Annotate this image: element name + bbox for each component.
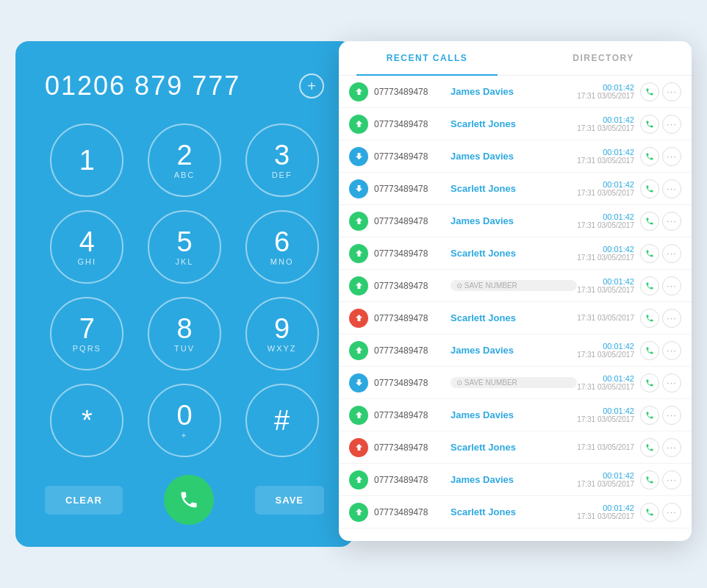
call-more-button[interactable]: ··· <box>662 244 681 263</box>
call-more-button[interactable]: ··· <box>662 147 681 166</box>
recent-calls-panel: RECENT CALLS DIRECTORY 07773489478 James… <box>339 41 692 541</box>
dial-button-4[interactable]: 4GHI <box>50 210 123 284</box>
call-time-block: 00:01:42 17:31 03/05/2017 <box>577 115 634 132</box>
call-duration: 00:01:42 <box>577 180 634 189</box>
call-number: 07773489478 <box>374 410 448 420</box>
call-item: 07773489478 James Davies 00:01:42 17:31 … <box>339 334 692 367</box>
dial-button-2[interactable]: 2ABC <box>148 123 221 197</box>
call-back-button[interactable] <box>640 470 659 490</box>
call-back-button[interactable] <box>640 82 659 101</box>
call-item: 07773489478 Scarlett Jones 00:01:42 17:3… <box>339 237 692 270</box>
call-number: 07773489478 <box>374 184 448 194</box>
call-item: 07773489478 James Davies 00:01:42 17:31 … <box>339 399 692 431</box>
call-more-button[interactable]: ··· <box>662 276 681 295</box>
app-container: 01206 879 777 + 12ABC3DEF4GHI5JKL6MNO7PQ… <box>15 41 692 547</box>
call-number: 07773489478 <box>374 507 448 517</box>
call-datetime: 17:31 03/05/2017 <box>577 383 634 391</box>
call-name: Scarlett Jones <box>451 442 577 453</box>
dial-button-#[interactable]: # <box>245 384 319 457</box>
call-datetime: 17:31 03/05/2017 <box>577 189 634 197</box>
call-time-block: 00:01:42 17:31 03/05/2017 <box>577 180 634 197</box>
call-more-button[interactable]: ··· <box>662 406 681 425</box>
call-item: 07773489478 James Davies 00:01:42 17:31 … <box>339 76 692 108</box>
call-back-button[interactable] <box>640 115 659 134</box>
call-name: Scarlett Jones <box>451 118 577 129</box>
dialpad-grid: 12ABC3DEF4GHI5JKL6MNO7PQRS8TUV9WXYZ*0+# <box>45 123 324 457</box>
call-type-icon <box>349 179 368 198</box>
call-action-buttons: ··· <box>640 276 681 295</box>
call-item: 07773489478 ⊙ SAVE NUMBER 00:01:42 17:31… <box>339 367 692 399</box>
dialpad-actions: CLEAR SAVE <box>45 475 324 525</box>
call-back-button[interactable] <box>640 147 659 166</box>
call-datetime: 17:31 03/05/2017 <box>577 351 634 359</box>
call-duration: 00:01:42 <box>577 471 634 480</box>
call-datetime: 17:31 03/05/2017 <box>577 157 634 165</box>
dial-button-7[interactable]: 7PQRS <box>50 297 123 370</box>
tab-directory[interactable]: DIRECTORY <box>515 41 692 75</box>
call-action-buttons: ··· <box>640 212 681 231</box>
call-more-button[interactable]: ··· <box>662 212 681 231</box>
call-back-button[interactable] <box>640 341 659 360</box>
dial-button-3[interactable]: 3DEF <box>245 123 319 197</box>
call-datetime: 17:31 03/05/2017 <box>577 286 634 294</box>
call-time-block: 00:01:42 17:31 03/05/2017 <box>577 277 634 294</box>
save-button[interactable]: SAVE <box>255 486 324 514</box>
call-item: 07773489478 Scarlett Jones 00:01:42 17:3… <box>339 496 692 528</box>
call-back-button[interactable] <box>640 406 659 425</box>
call-back-button[interactable] <box>640 309 659 328</box>
call-back-button[interactable] <box>640 503 659 522</box>
call-name: James Davies <box>451 474 577 485</box>
call-action-buttons: ··· <box>640 115 681 134</box>
call-item: 07773489478 James Davies 00:01:42 17:31 … <box>339 464 692 496</box>
call-time-block: 00:01:42 17:31 03/05/2017 <box>577 148 634 165</box>
call-type-icon <box>349 470 368 490</box>
call-number: 07773489478 <box>374 281 448 291</box>
dial-button-0[interactable]: 0+ <box>148 384 221 457</box>
call-number: 07773489478 <box>374 345 448 356</box>
dial-button-9[interactable]: 9WXYZ <box>245 297 319 370</box>
clear-button[interactable]: CLEAR <box>45 486 123 514</box>
call-action-buttons: ··· <box>640 244 681 263</box>
call-more-button[interactable]: ··· <box>662 503 681 522</box>
call-time-block: 00:01:42 17:31 03/05/2017 <box>577 212 634 229</box>
dial-button-5[interactable]: 5JKL <box>148 210 221 284</box>
call-name: James Davies <box>451 151 577 162</box>
call-more-button[interactable]: ··· <box>662 341 681 360</box>
call-time-block: 00:01:42 17:31 03/05/2017 <box>577 503 634 520</box>
call-action-buttons: ··· <box>640 309 681 328</box>
dial-button-8[interactable]: 8TUV <box>148 297 221 370</box>
call-back-button[interactable] <box>640 212 659 231</box>
call-more-button[interactable]: ··· <box>662 179 681 198</box>
call-action-buttons: ··· <box>640 373 681 392</box>
call-duration: 00:01:42 <box>577 503 634 512</box>
call-datetime: 17:31 03/05/2017 <box>577 314 634 322</box>
call-back-button[interactable] <box>640 179 659 198</box>
panel-tabs: RECENT CALLS DIRECTORY <box>339 41 692 76</box>
dial-button-*[interactable]: * <box>50 384 123 457</box>
call-save-badge: ⊙ SAVE NUMBER <box>451 377 577 388</box>
call-back-button[interactable] <box>640 244 659 263</box>
call-button[interactable] <box>164 475 214 525</box>
call-time-block: 00:01:42 17:31 03/05/2017 <box>577 374 634 391</box>
call-more-button[interactable]: ··· <box>662 82 681 101</box>
call-time-block: 00:01:42 17:31 03/05/2017 <box>577 245 634 262</box>
call-back-button[interactable] <box>640 438 659 457</box>
call-more-button[interactable]: ··· <box>662 373 681 392</box>
call-more-button[interactable]: ··· <box>662 438 681 457</box>
call-more-button[interactable]: ··· <box>662 309 681 328</box>
call-time-block: 00:01:42 17:31 03/05/2017 <box>577 471 634 488</box>
call-back-button[interactable] <box>640 373 659 392</box>
call-more-button[interactable]: ··· <box>662 470 681 490</box>
call-name: Scarlett Jones <box>451 248 577 259</box>
dial-button-1[interactable]: 1 <box>50 123 123 197</box>
call-duration: 00:01:42 <box>577 115 634 124</box>
call-back-button[interactable] <box>640 276 659 295</box>
call-more-button[interactable]: ··· <box>662 115 681 134</box>
call-duration: 00:01:42 <box>577 277 634 286</box>
call-number: 07773489478 <box>374 475 448 485</box>
call-type-icon <box>349 276 368 295</box>
call-datetime: 17:31 03/05/2017 <box>577 415 634 423</box>
dial-button-6[interactable]: 6MNO <box>245 210 319 284</box>
tab-recent-calls[interactable]: RECENT CALLS <box>339 41 515 75</box>
add-contact-button[interactable]: + <box>299 74 324 98</box>
